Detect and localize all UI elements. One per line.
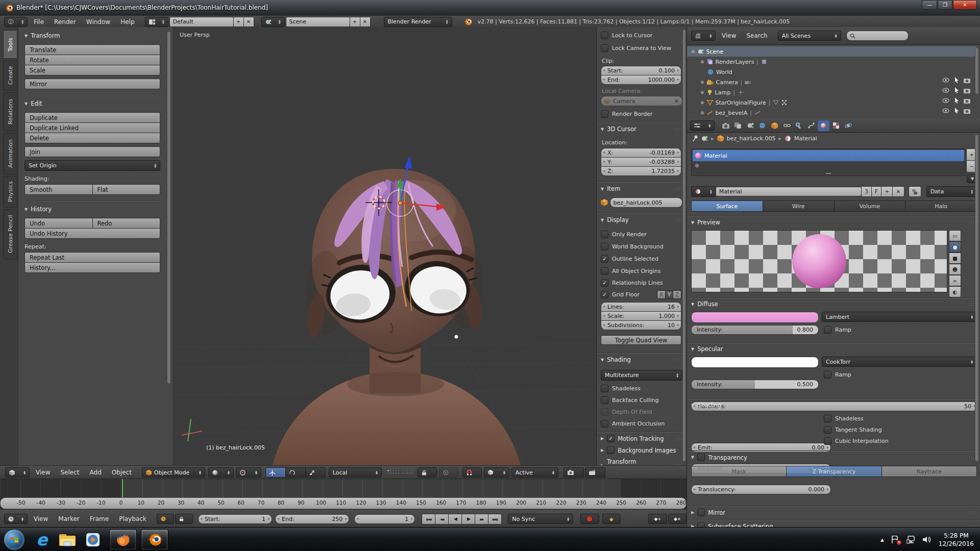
sss-checkbox[interactable] <box>697 522 705 527</box>
list-resize-grip[interactable]: ══ <box>826 172 831 176</box>
play-reverse-button[interactable]: ◀ <box>448 514 462 524</box>
material-slot-row[interactable]: Material <box>693 150 964 161</box>
use-preview-range-toggle[interactable] <box>157 514 175 524</box>
keying-set-button[interactable]: ◆ <box>602 514 621 524</box>
duplicate-button[interactable]: Duplicate <box>24 112 160 123</box>
grid-axis-z-toggle[interactable]: Z <box>673 290 681 299</box>
panel-header-item[interactable]: ▼Item:::: <box>601 185 682 192</box>
renderable-camera-icon[interactable] <box>964 78 970 83</box>
outliner-search-menu[interactable]: Search <box>746 32 767 39</box>
local-camera-field[interactable]: Camera✕ <box>601 96 682 106</box>
sync-mode-dropdown[interactable]: No Sync <box>508 514 573 524</box>
grid-scale-field[interactable]: Scale:1.000 <box>601 311 681 321</box>
grid-axis-x-toggle[interactable]: X <box>657 290 666 299</box>
type-tab-wire[interactable]: Wire <box>763 201 835 212</box>
clip-end-field[interactable]: End:1000.000 <box>601 75 681 85</box>
jump-to-end-button[interactable]: ▶▶▮ <box>488 514 502 524</box>
panel-header-shading[interactable]: ▼Shading:::: <box>691 402 977 409</box>
cursor-z-field[interactable]: Z:1.72035 <box>601 166 681 176</box>
panel-header-edit[interactable]: ▼Edit <box>24 100 160 107</box>
render-engine-dropdown[interactable]: Blender Render <box>384 17 452 27</box>
frame-end-field[interactable]: End:250 <box>275 514 349 524</box>
tab-scene[interactable] <box>744 120 756 131</box>
depth-of-field-checkbox[interactable] <box>601 408 608 416</box>
diffuse-color-swatch[interactable] <box>691 312 819 323</box>
taskbar-blender-button[interactable] <box>141 529 168 550</box>
shelf-tab-tools[interactable]: Tools <box>3 30 17 59</box>
shelf-tab-animation[interactable]: Animation <box>3 133 17 174</box>
shelf-tab-physics[interactable]: Physics <box>3 176 17 208</box>
editor-type-properties-button[interactable] <box>690 120 715 131</box>
join-button[interactable]: Join <box>24 146 160 157</box>
snap-target-dropdown[interactable]: Active <box>511 467 558 478</box>
add-menu[interactable]: Add <box>90 469 102 476</box>
repeat-last-button[interactable]: Repeat Last <box>24 252 160 263</box>
lock-to-cursor-checkbox[interactable] <box>601 32 608 39</box>
preview-monkey-button[interactable]: ☻ <box>949 264 961 275</box>
taskbar-wmp-button[interactable] <box>83 530 103 550</box>
material-name-field[interactable]: Material <box>716 187 862 196</box>
tab-constraints[interactable] <box>781 120 793 131</box>
toggle-quad-view-button[interactable]: Toggle Quad View <box>601 335 681 345</box>
material-icon[interactable] <box>785 135 791 142</box>
expand-icon[interactable]: ⊕ <box>700 90 704 95</box>
layers-widget[interactable] <box>387 469 413 475</box>
scene-lock-toggle[interactable] <box>418 467 437 478</box>
timeline-marker-menu[interactable]: Marker <box>58 515 79 522</box>
preview-cube-button[interactable]: ■ <box>949 253 961 264</box>
emit-field[interactable]: Emit:0.00 <box>691 443 831 453</box>
cursor-y-field[interactable]: Y:-0.03288 <box>601 157 681 167</box>
panel-header-display[interactable]: ▼Display:::: <box>601 216 682 223</box>
manipulator-translate-toggle[interactable] <box>265 467 286 478</box>
specular-color-swatch[interactable] <box>691 357 819 368</box>
backface-culling-checkbox[interactable] <box>601 396 608 404</box>
editor-type-outliner-button[interactable] <box>691 31 716 41</box>
viewport-3d[interactable]: User Persp (1) bez_hairLock.005 <box>173 27 596 465</box>
auto-keyframe-record-button[interactable] <box>580 514 599 524</box>
diffuse-shader-dropdown[interactable]: Lambert <box>822 312 977 322</box>
transparency-raytrace-tab[interactable]: Raytrace <box>881 466 977 477</box>
viewport-shading-dropdown[interactable] <box>208 467 234 478</box>
panel-header-background-images[interactable]: ▶Background Images <box>601 446 682 454</box>
outliner-row-star-figure[interactable]: ⊕ StarOriginalFigure| <box>700 97 973 108</box>
view-menu[interactable]: View <box>36 469 50 476</box>
screen-layout-field[interactable]: Default <box>169 17 234 27</box>
insert-keyframe-button[interactable]: ◆+ <box>648 514 667 524</box>
outliner-row-bez-bevel[interactable]: ⊕ bez_bevelA| <box>700 108 973 118</box>
unlink-material-button[interactable]: ✕ <box>892 186 904 197</box>
panel-header-sss[interactable]: ▶Subsurface Scattering:::: <box>691 522 977 527</box>
type-tab-halo[interactable]: Halo <box>905 201 977 212</box>
render-border-checkbox[interactable] <box>601 110 608 118</box>
collapse-icon[interactable]: ⊖ <box>691 49 695 54</box>
tab-render[interactable] <box>720 120 731 131</box>
outliner-scrollbar[interactable] <box>975 47 979 94</box>
scene-browse-button[interactable] <box>261 17 285 27</box>
shadeless-checkbox[interactable] <box>601 385 608 392</box>
timeline-view-menu[interactable]: View <box>34 515 48 522</box>
tangent-shading-checkbox[interactable] <box>824 426 831 434</box>
tab-physics[interactable] <box>842 120 854 131</box>
shelf-tab-grease-pencil[interactable]: Grease Pencil <box>3 209 17 259</box>
redo-button[interactable]: Redo <box>92 218 161 229</box>
screen-layout-icon-button[interactable] <box>145 17 168 27</box>
taskbar-firefox-button[interactable] <box>109 529 137 550</box>
manipulator-rotate-toggle[interactable] <box>285 467 306 478</box>
clock[interactable]: 5:28 PM 12/26/2016 <box>939 532 977 548</box>
diffuse-intensity-slider[interactable]: Intensity:0.800 <box>691 325 819 335</box>
transparency-ztransp-tab[interactable]: Z Transparency <box>786 466 881 477</box>
editor-type-timeline-button[interactable] <box>4 514 28 524</box>
only-render-checkbox[interactable] <box>601 231 608 238</box>
outliner-view-menu[interactable]: View <box>722 32 736 39</box>
tab-object[interactable] <box>769 120 780 131</box>
visibility-eye-icon[interactable] <box>942 88 949 93</box>
current-frame-marker[interactable] <box>122 479 123 497</box>
grid-lines-field[interactable]: Lines:16 <box>601 302 681 312</box>
panel-header-3d-cursor[interactable]: ▼3D Cursor:::: <box>601 126 682 133</box>
nodes-button[interactable] <box>909 186 921 197</box>
undo-button[interactable]: Undo <box>24 218 93 229</box>
shade-smooth-button[interactable]: Smooth <box>24 184 93 195</box>
select-menu[interactable]: Select <box>60 469 79 476</box>
expand-icon[interactable]: ⊕ <box>700 80 704 85</box>
volume-icon[interactable] <box>923 536 932 543</box>
diffuse-ramp-checkbox[interactable] <box>824 326 831 334</box>
